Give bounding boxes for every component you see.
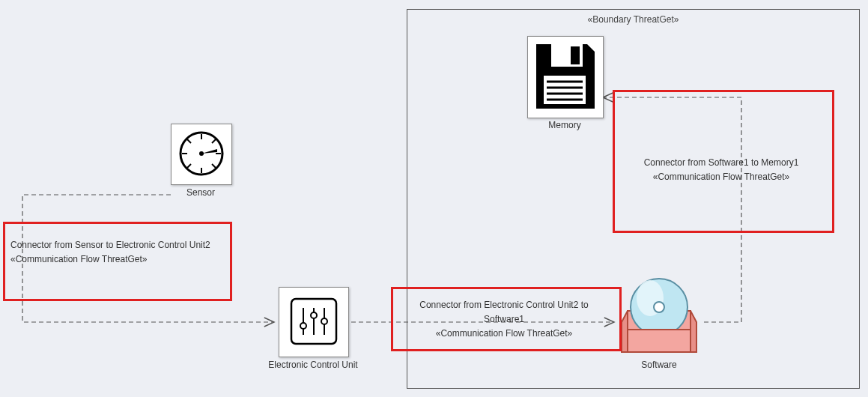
svg-rect-32 [628, 330, 691, 352]
node-sensor-label: Sensor [171, 187, 231, 198]
svg-point-10 [199, 151, 204, 156]
software-icon [614, 348, 704, 358]
svg-marker-28 [691, 311, 696, 352]
ecu-icon [287, 294, 341, 351]
connector-line2: «Communication Flow ThreatGet» [398, 327, 610, 341]
svg-point-16 [311, 312, 317, 318]
svg-point-15 [300, 323, 306, 329]
node-memory[interactable] [527, 36, 604, 118]
boundary-label: «Boundary ThreatGet» [407, 14, 859, 25]
connector-ecu-to-software-label: Connector from Electronic Control Unit2 … [398, 298, 610, 342]
connector-line1: Connector from Electronic Control Unit2 … [398, 298, 610, 327]
node-sensor[interactable] [171, 124, 232, 185]
svg-point-17 [321, 318, 327, 324]
svg-marker-27 [622, 311, 628, 352]
sensor-icon [178, 130, 225, 179]
node-software-label: Software [614, 360, 704, 370]
node-software[interactable] [614, 270, 704, 356]
connector-line1: Connector from Software1 to Memory1 [628, 156, 815, 170]
node-ecu[interactable] [279, 287, 349, 357]
connector-line2: «Communication Flow ThreatGet» [628, 170, 815, 184]
floppy-icon [535, 43, 596, 112]
connector-line1: Connector from Sensor to Electronic Cont… [10, 238, 220, 252]
svg-point-31 [654, 302, 664, 312]
connector-line2: «Communication Flow ThreatGet» [10, 252, 220, 267]
connector-sensor-to-ecu-label: Connector from Sensor to Electronic Cont… [10, 238, 220, 267]
node-memory-label: Memory [527, 120, 602, 130]
connector-software-to-memory-label: Connector from Software1 to Memory1 «Com… [628, 156, 815, 184]
node-ecu-label: Electronic Control Unit [264, 360, 362, 370]
svg-rect-20 [571, 46, 580, 64]
